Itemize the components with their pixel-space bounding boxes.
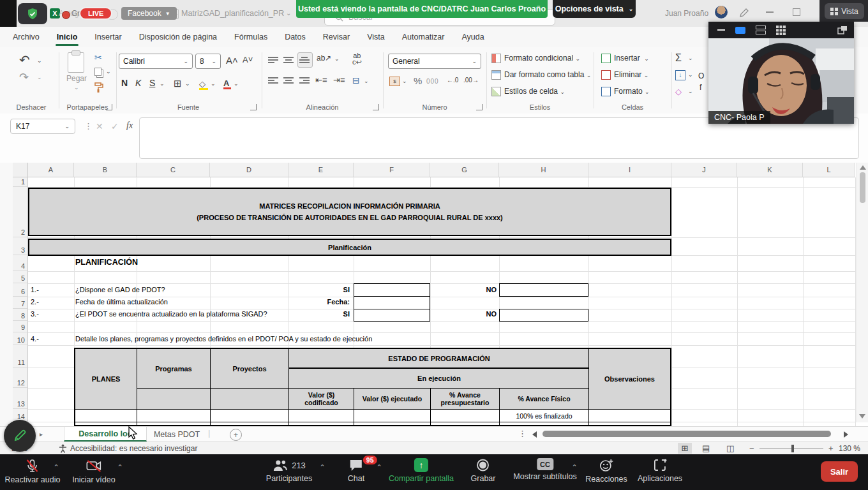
answer-box-q1-no[interactable] xyxy=(499,283,588,297)
facebook-stream-pill[interactable]: Facebook▼ xyxy=(121,7,177,20)
undo-icon[interactable]: ↶ xyxy=(19,52,30,68)
row-header-13[interactable]: 13 xyxy=(13,388,28,409)
cancel-icon[interactable]: ✕ xyxy=(96,121,103,131)
file-name[interactable]: MatrizGAD_planificación_PR xyxy=(181,9,284,18)
copy-icon[interactable] xyxy=(94,68,101,76)
tab-revisar[interactable]: Revisar xyxy=(323,33,350,41)
answer-box-q3-no[interactable] xyxy=(499,309,588,322)
wrap-text-icon[interactable]: abc↩ xyxy=(352,52,362,65)
page-layout-view-icon[interactable]: ▤ xyxy=(702,443,710,453)
copy-chevron-icon[interactable]: ⌄ xyxy=(106,68,111,75)
vista-button[interactable]: Vista xyxy=(825,3,864,19)
gallery-view-icon[interactable] xyxy=(776,26,786,35)
column-header-c[interactable]: C xyxy=(137,163,210,177)
mic-options-caret-icon[interactable]: ⌃ xyxy=(53,463,59,471)
italic-button[interactable]: K xyxy=(135,78,141,88)
zoom-in-icon[interactable]: + xyxy=(828,443,834,453)
record-button[interactable]: Grabar xyxy=(471,458,496,483)
paste-chevron-icon[interactable]: ⌄ xyxy=(74,84,79,91)
autosum-chevron-icon[interactable]: ⌄ xyxy=(688,55,693,61)
chat-caret-icon[interactable]: ⌃ xyxy=(376,463,382,471)
orientation-icon[interactable]: ab↗ xyxy=(317,54,331,63)
row-header-5[interactable]: 5 xyxy=(13,271,28,283)
borders-icon[interactable]: ⊞ xyxy=(174,78,182,89)
column-header-e[interactable]: E xyxy=(288,163,354,177)
autosum-icon[interactable]: Σ xyxy=(675,52,682,64)
zoom-level[interactable]: 130 % xyxy=(839,444,860,453)
page-break-view-icon[interactable]: ◫ xyxy=(726,443,734,453)
format-as-table-button[interactable]: Dar formato como tabla ⌄ xyxy=(504,70,591,79)
fill-chevron-icon[interactable]: ⌄ xyxy=(688,71,693,78)
unmute-button[interactable]: Reactivar audio xyxy=(5,458,61,484)
cut-icon[interactable]: ✂ xyxy=(94,52,102,63)
align-middle-icon[interactable] xyxy=(283,56,294,64)
column-header-h[interactable]: H xyxy=(499,163,588,177)
hscroll-right-icon[interactable] xyxy=(844,431,848,438)
column-header-l[interactable]: L xyxy=(803,163,855,177)
borders-chevron-icon[interactable]: ⌄ xyxy=(185,80,190,87)
underline-button[interactable]: S xyxy=(149,78,155,88)
video-thumbnail-panel[interactable]: CNC- Paola P xyxy=(708,22,854,124)
column-header-b[interactable]: B xyxy=(74,163,137,177)
leave-meeting-button[interactable]: Salir xyxy=(821,461,858,482)
font-color-icon[interactable]: A xyxy=(223,77,231,89)
sheet-tab-metas[interactable]: Metas PDOT xyxy=(148,427,206,442)
row-header-2[interactable]: 2 xyxy=(13,187,28,237)
column-header-f[interactable]: F xyxy=(354,163,430,177)
fx-icon[interactable]: fx xyxy=(126,121,133,131)
captions-button[interactable]: CC Mostrar subtítulos xyxy=(513,458,576,481)
active-speaker-view-icon[interactable] xyxy=(735,27,745,34)
row-header-6[interactable]: 6 xyxy=(13,283,28,297)
clear-icon[interactable]: ◇ xyxy=(675,87,682,96)
view-options-button[interactable]: Opciones de vista ⌄ xyxy=(553,0,636,18)
row-header-9[interactable]: 9 xyxy=(13,321,28,332)
row-header-4[interactable]: 4 xyxy=(13,255,28,271)
popout-icon[interactable] xyxy=(837,26,848,34)
tabbar-dots-icon[interactable]: ⋮ xyxy=(518,429,527,438)
format-painter-icon[interactable] xyxy=(93,82,105,93)
column-header-a[interactable]: A xyxy=(28,163,74,177)
font-name-select[interactable]: Calibri⌄ xyxy=(119,54,193,69)
row-header-7[interactable]: 7 xyxy=(13,297,28,309)
fill-color-icon[interactable]: ◇ xyxy=(199,78,208,90)
increase-decimal-icon[interactable]: ←.0 xyxy=(447,77,458,84)
pen-icon[interactable] xyxy=(739,8,749,18)
increase-indent-icon[interactable]: ⇥≡ xyxy=(333,75,345,85)
name-box[interactable]: K17⌄ xyxy=(10,119,75,134)
delete-cells-button[interactable]: Eliminar ⌄ xyxy=(614,70,648,79)
tab-inicio[interactable]: Inicio xyxy=(57,33,78,41)
restore-icon[interactable] xyxy=(793,8,800,16)
minimize-icon[interactable] xyxy=(766,11,774,13)
shrink-font-icon[interactable]: A˅ xyxy=(243,55,253,64)
avatar[interactable] xyxy=(715,6,728,19)
underline-chevron-icon[interactable]: ⌄ xyxy=(160,80,165,87)
tab-formulas[interactable]: Fórmulas xyxy=(234,33,267,41)
hscroll-left-icon[interactable] xyxy=(532,431,537,438)
grow-font-icon[interactable]: A˄ xyxy=(226,55,238,66)
align-top-icon[interactable] xyxy=(268,56,278,64)
percent-style-icon[interactable]: % xyxy=(414,75,422,86)
row-header-3[interactable]: 3 xyxy=(13,237,28,255)
zoom-out-icon[interactable]: − xyxy=(749,443,754,453)
normal-view-icon[interactable]: ⊞ xyxy=(678,443,692,454)
scroll-down-icon[interactable] xyxy=(859,414,865,419)
orientation-chevron-icon[interactable]: ⌄ xyxy=(334,56,340,62)
decrease-decimal-icon[interactable]: .00→ xyxy=(463,77,479,84)
apps-button[interactable]: Aplicaciones xyxy=(638,458,682,483)
accounting-format-icon[interactable]: $ xyxy=(389,77,400,86)
align-bottom-icon[interactable] xyxy=(299,56,310,64)
row-header-11[interactable]: 11 xyxy=(13,345,28,368)
column-header-i[interactable]: I xyxy=(588,163,671,177)
tab-datos[interactable]: Datos xyxy=(285,33,306,41)
decrease-indent-icon[interactable]: ⇤≡ xyxy=(315,75,327,85)
select-all-corner[interactable] xyxy=(13,163,28,177)
align-right-icon[interactable] xyxy=(299,77,310,84)
conditional-format-button[interactable]: Formato condicional ⌄ xyxy=(504,54,580,63)
horizontal-scroll-thumb[interactable] xyxy=(542,431,831,437)
meeting-security-shield[interactable] xyxy=(18,3,47,24)
formula-bar-dots-icon[interactable]: ⋮ xyxy=(84,121,93,131)
vertical-scroll-thumb[interactable] xyxy=(860,172,865,203)
merge-chevron-icon[interactable]: ⌄ xyxy=(364,78,369,84)
font-color-chevron-icon[interactable]: ⌄ xyxy=(234,80,239,87)
matrix-title-cell[interactable]: MATRICES RECOPILACION INFORMACIÓN PRIMAR… xyxy=(28,188,671,236)
